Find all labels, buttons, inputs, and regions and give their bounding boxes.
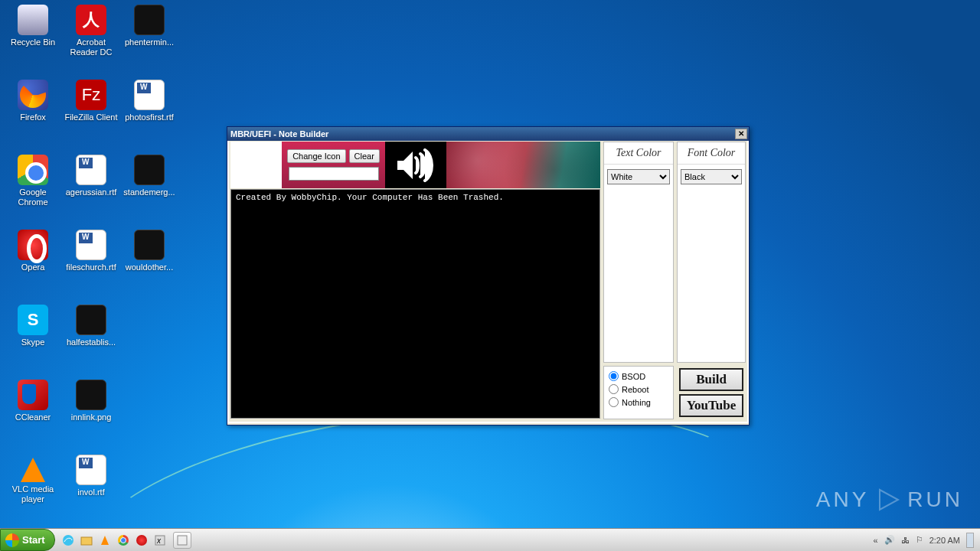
console-output[interactable]: Created By WobbyChip. Your Computer Has … <box>230 189 600 419</box>
svg-marker-0 <box>880 490 898 510</box>
ff-icon <box>18 80 48 110</box>
app-icon[interactable]: x <box>152 532 168 549</box>
sound-icon[interactable] <box>385 142 446 188</box>
doc-icon <box>76 155 106 185</box>
desktop-icon[interactable]: Opera <box>5 230 61 272</box>
taskbar-running-app[interactable] <box>173 532 191 549</box>
radio-bsod[interactable]: BSOD <box>609 371 668 381</box>
close-icon[interactable]: ✕ <box>735 129 747 139</box>
bin-icon <box>18 5 48 35</box>
start-label: Start <box>22 534 45 546</box>
font-color-panel: Font Color Black <box>677 142 746 363</box>
icon-path-input[interactable] <box>289 167 379 181</box>
opera-icon[interactable] <box>133 532 150 549</box>
tray-expand-icon[interactable]: « <box>874 536 878 545</box>
action-buttons: Build YouTube <box>677 366 746 419</box>
network-icon[interactable]: 🖧 <box>901 536 910 545</box>
desktop-icon-label: halfestablis... <box>63 337 119 347</box>
taskbar: Start x « 🔊 🖧 ⚐ 2:20 AM <box>0 528 980 551</box>
show-desktop[interactable] <box>966 533 974 548</box>
desktop-icon[interactable]: fileschurch.rtf <box>63 230 119 272</box>
desktop-icon[interactable]: CCleaner <box>5 380 61 422</box>
desktop-icon-label: invol.rtf <box>63 487 119 497</box>
explorer-icon[interactable] <box>78 532 95 549</box>
build-button[interactable]: Build <box>679 368 743 391</box>
desktop-icon[interactable]: FzFileZilla Client <box>63 80 119 122</box>
desktop-icon-label: Recycle Bin <box>5 37 61 47</box>
radio-reboot[interactable]: Reboot <box>609 384 668 394</box>
windows-logo-icon <box>5 533 19 547</box>
desktop-icon[interactable]: halfestablis... <box>63 305 119 347</box>
acrobat-icon: 人 <box>76 5 106 35</box>
desktop-icon-label: photosfirst.rtf <box>121 112 178 122</box>
desktop-icon[interactable]: 人Acrobat Reader DC <box>63 5 119 57</box>
svg-text:x: x <box>156 536 162 545</box>
youtube-button[interactable]: YouTube <box>679 394 743 417</box>
desktop-icon-label: wouldother... <box>121 262 178 272</box>
desktop-icon[interactable]: VLC media player <box>5 455 61 504</box>
desktop-icon[interactable]: Google Chrome <box>5 155 61 207</box>
desktop-icon-label: agerussian.rtf <box>63 187 119 197</box>
desktop-icon[interactable]: Firefox <box>5 80 61 122</box>
volume-icon[interactable]: 🔊 <box>884 535 895 545</box>
desktop-icon-label: standemerg... <box>121 187 178 197</box>
img-icon <box>76 305 106 335</box>
desktop-icon[interactable]: Recycle Bin <box>5 5 61 47</box>
banner-controls: Change Icon Clear <box>282 142 385 188</box>
desktop-icon-label: Acrobat Reader DC <box>63 37 119 57</box>
payload-radios: BSODRebootNothing <box>603 366 674 419</box>
desktop-icon[interactable]: photosfirst.rtf <box>121 80 178 122</box>
start-button[interactable]: Start <box>0 529 55 551</box>
desktop-icon[interactable]: wouldother... <box>121 230 178 272</box>
desktop-icon[interactable]: standemerg... <box>121 155 178 197</box>
svg-rect-6 <box>178 536 187 545</box>
desktop-icon-label: CCleaner <box>5 412 61 422</box>
desktop-icon-label: innlink.png <box>63 412 119 422</box>
img-icon <box>134 230 165 260</box>
desktop-icon-label: fileschurch.rtf <box>63 262 119 272</box>
desktop-icon[interactable]: invol.rtf <box>63 455 119 497</box>
doc-icon <box>76 455 106 485</box>
desktop-icon-label: Opera <box>5 262 61 272</box>
desktop-icon-label: Skype <box>5 337 61 347</box>
clock[interactable]: 2:20 AM <box>929 536 960 545</box>
chrome-icon[interactable] <box>115 532 132 549</box>
desktop-icon-label: Firefox <box>5 112 61 122</box>
radio-nothing[interactable]: Nothing <box>609 397 668 407</box>
ie-icon[interactable] <box>60 532 77 549</box>
radio-input[interactable] <box>609 371 619 381</box>
dark-icon <box>134 155 165 185</box>
banner: Change Icon Clear <box>230 142 600 188</box>
note-builder-window: MBR/UEFI - Note Builder ✕ Change Icon Cl… <box>227 126 750 425</box>
doc-icon <box>76 230 106 260</box>
clear-button[interactable]: Clear <box>349 149 380 163</box>
svg-rect-2 <box>81 537 92 545</box>
cclean-icon <box>18 380 48 410</box>
radio-input[interactable] <box>609 397 619 407</box>
vlc-icon[interactable] <box>96 532 113 549</box>
system-tray: « 🔊 🖧 ⚐ 2:20 AM <box>867 533 980 548</box>
desktop: Recycle Bin人Acrobat Reader DCphentermin.… <box>0 0 980 551</box>
desktop-icon[interactable]: phentermin... <box>121 5 178 47</box>
titlebar[interactable]: MBR/UEFI - Note Builder ✕ <box>227 127 749 141</box>
change-icon-button[interactable]: Change Icon <box>287 149 345 163</box>
text-color-select[interactable]: White <box>607 169 670 184</box>
svg-marker-3 <box>101 536 109 545</box>
font-color-select[interactable]: Black <box>681 169 742 184</box>
radio-input[interactable] <box>609 384 619 394</box>
dark-icon <box>76 380 106 410</box>
desktop-icon-label: phentermin... <box>121 37 178 47</box>
text-color-panel: Text Color White <box>603 142 674 363</box>
flag-icon[interactable]: ⚐ <box>916 535 923 545</box>
banner-art <box>446 142 600 188</box>
text-color-header: Text Color <box>604 142 673 165</box>
skype-icon: S <box>18 305 48 335</box>
font-color-header: Font Color <box>678 142 745 165</box>
radio-label: Nothing <box>622 398 651 407</box>
opera-icon <box>18 230 48 260</box>
desktop-icon[interactable]: SSkype <box>5 305 61 347</box>
doc-icon <box>134 80 165 110</box>
desktop-icon[interactable]: agerussian.rtf <box>63 155 119 197</box>
desktop-icon-label: VLC media player <box>5 484 61 504</box>
desktop-icon[interactable]: innlink.png <box>63 380 119 422</box>
